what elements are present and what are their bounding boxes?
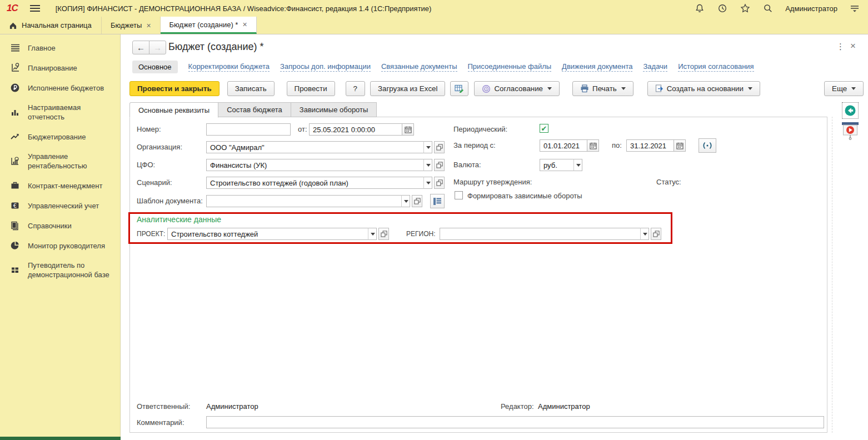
period-to-calendar-button[interactable] bbox=[674, 139, 686, 152]
region-open-button[interactable] bbox=[651, 228, 661, 240]
open-link-icon bbox=[436, 179, 443, 186]
sidebar-item-references[interactable]: Справочники bbox=[0, 216, 120, 236]
user-menu-icon[interactable] bbox=[849, 3, 860, 14]
periodic-checkbox[interactable]: ✔ bbox=[540, 124, 548, 133]
number-input[interactable] bbox=[206, 123, 291, 136]
post-and-close-button[interactable]: Провести и закрыть bbox=[129, 81, 220, 96]
comment-input[interactable] bbox=[206, 416, 824, 428]
form-tab-main-attributes[interactable]: Основные реквизиты bbox=[129, 102, 218, 118]
sidebar-item-budget-execution[interactable]: Исполнение бюджетов bbox=[0, 78, 120, 98]
open-link-icon bbox=[436, 144, 443, 151]
current-user[interactable]: Администратор bbox=[785, 4, 837, 13]
date-label: от: bbox=[298, 125, 307, 133]
period-select-button[interactable] bbox=[699, 138, 716, 153]
sidebar-item-budgeting[interactable]: Бюджетирование bbox=[0, 127, 120, 147]
tab-budget-create-label: Бюджет (создание) * bbox=[169, 21, 238, 29]
template-dropdown-button[interactable] bbox=[401, 195, 410, 207]
form-tab-budget-content[interactable]: Состав бюджета bbox=[218, 102, 291, 117]
nav-link-doc-movements[interactable]: Движения документа bbox=[562, 62, 632, 72]
favorites-star-icon[interactable] bbox=[740, 3, 751, 14]
sidebar-item-contract-management[interactable]: Контракт-менеджмент bbox=[0, 176, 120, 196]
tab-home[interactable]: Начальная страница bbox=[0, 17, 102, 34]
template-open-button[interactable] bbox=[412, 195, 422, 207]
scenario-dropdown-button[interactable] bbox=[423, 177, 432, 189]
project-dropdown-button[interactable] bbox=[368, 228, 377, 240]
period-from-calendar-button[interactable] bbox=[587, 139, 599, 152]
toolbar: Провести и закрыть Записать Провести ? З… bbox=[129, 81, 760, 96]
sidebar-item-management-accounting[interactable]: € Управленческий учет bbox=[0, 196, 120, 216]
sidebar-item-executive-monitor[interactable]: Монитор руководителя bbox=[0, 236, 120, 256]
sidebar-item-label: Путеводитель по демонстрационной базе bbox=[28, 261, 114, 279]
post-and-close-label: Провести и закрыть bbox=[137, 84, 212, 93]
scenario-open-button[interactable] bbox=[434, 177, 445, 189]
window-close-icon[interactable]: × bbox=[850, 41, 856, 52]
nav-link-related-docs[interactable]: Связанные документы bbox=[381, 62, 457, 72]
notifications-bell-icon[interactable] bbox=[694, 3, 705, 14]
nav-link-info-requests[interactable]: Запросы доп. информации bbox=[280, 62, 371, 72]
nav-link-corrections[interactable]: Корректировки бюджета bbox=[188, 62, 270, 72]
organization-input[interactable]: ООО "Адмирал" bbox=[206, 141, 424, 153]
history-icon[interactable] bbox=[717, 3, 728, 14]
comment-label: Комментарий: bbox=[137, 418, 184, 427]
dependent-turnovers-label: Формировать зависимые обороты bbox=[467, 192, 582, 200]
sidebar-item-main[interactable]: Главное bbox=[0, 38, 120, 58]
date-input[interactable]: 25.05.2021 0:00:00 bbox=[309, 123, 402, 136]
sidebar-item-custom-reports[interactable]: Настраиваемая отчетность bbox=[0, 98, 120, 127]
date-calendar-button[interactable] bbox=[402, 123, 414, 136]
period-from-input[interactable]: 01.01.2021 bbox=[540, 139, 587, 152]
briefcase-icon bbox=[10, 181, 20, 191]
approval-button[interactable]: Согласование bbox=[474, 81, 560, 96]
search-icon[interactable] bbox=[762, 3, 774, 14]
scenario-label: Сценарий: bbox=[137, 178, 172, 187]
sidebar-item-profitability[interactable]: Управление рентабельностью bbox=[0, 147, 120, 176]
sidebar-item-planning[interactable]: Планирование bbox=[0, 58, 120, 78]
region-dropdown-button[interactable] bbox=[640, 228, 649, 240]
tab-budgets[interactable]: Бюджеты × bbox=[102, 17, 161, 34]
organization-dropdown-button[interactable] bbox=[423, 141, 432, 153]
approval-label: Согласование bbox=[494, 84, 543, 93]
window-more-icon[interactable]: ⋮ bbox=[836, 42, 845, 52]
tab-budgets-close-icon[interactable]: × bbox=[146, 21, 151, 30]
save-button[interactable]: Записать bbox=[227, 81, 275, 96]
template-fill-button[interactable] bbox=[430, 194, 445, 208]
caret-down-icon bbox=[404, 200, 408, 203]
nav-link-main[interactable]: Основное bbox=[132, 61, 178, 73]
open-link-icon bbox=[436, 162, 443, 168]
nav-link-approval-history[interactable]: История согласования bbox=[678, 62, 754, 72]
help-button[interactable]: ? bbox=[346, 81, 365, 96]
tab-home-label: Начальная страница bbox=[22, 21, 92, 29]
sidebar-item-demo-guide[interactable]: Путеводитель по демонстрационной базе bbox=[0, 256, 120, 284]
template-input[interactable] bbox=[206, 195, 402, 207]
print-button[interactable]: Печать bbox=[572, 81, 633, 96]
currency-dropdown-button[interactable] bbox=[573, 159, 582, 171]
form-tab-dependent-turnovers[interactable]: Зависимые обороты bbox=[291, 102, 377, 117]
forward-button[interactable]: → bbox=[149, 41, 166, 54]
tab-budget-create-close-icon[interactable]: × bbox=[242, 20, 247, 29]
dependent-turnovers-checkbox[interactable] bbox=[455, 191, 463, 199]
period-to-input[interactable]: 31.12.2021 bbox=[626, 139, 674, 152]
edit-table-button[interactable] bbox=[450, 81, 468, 96]
nav-link-tasks[interactable]: Задачи bbox=[643, 62, 667, 72]
responsible-value: Администратор bbox=[206, 402, 258, 411]
cfo-dropdown-button[interactable] bbox=[423, 159, 432, 171]
currency-input[interactable]: руб. bbox=[540, 159, 574, 171]
back-button[interactable]: ← bbox=[132, 41, 149, 54]
cfo-input[interactable]: Финансисты (УК) bbox=[206, 159, 424, 171]
more-button[interactable]: Еще bbox=[824, 81, 864, 96]
project-open-button[interactable] bbox=[378, 228, 389, 240]
main-menu-icon[interactable] bbox=[30, 5, 40, 12]
post-button[interactable]: Провести bbox=[287, 81, 335, 96]
scenario-input[interactable]: Строительство коттеджей (годовой план) bbox=[206, 177, 424, 189]
cfo-open-button[interactable] bbox=[434, 159, 445, 171]
nav-link-attached-files[interactable]: Присоединенные файлы bbox=[468, 62, 552, 72]
organization-open-button[interactable] bbox=[434, 141, 445, 153]
create-based-on-button[interactable]: Создать на основании bbox=[647, 81, 760, 96]
region-input[interactable] bbox=[440, 228, 641, 240]
tab-budget-create[interactable]: Бюджет (создание) * × bbox=[161, 17, 257, 34]
back-circle-button[interactable] bbox=[842, 102, 859, 119]
project-input[interactable]: Строительство коттеджей bbox=[167, 228, 368, 240]
excel-import-button[interactable]: Загрузка из Excel bbox=[370, 81, 445, 96]
teal-back-arrow-icon bbox=[844, 104, 856, 117]
video-presentation-button[interactable] bbox=[841, 121, 859, 142]
caret-down-icon bbox=[748, 87, 752, 90]
